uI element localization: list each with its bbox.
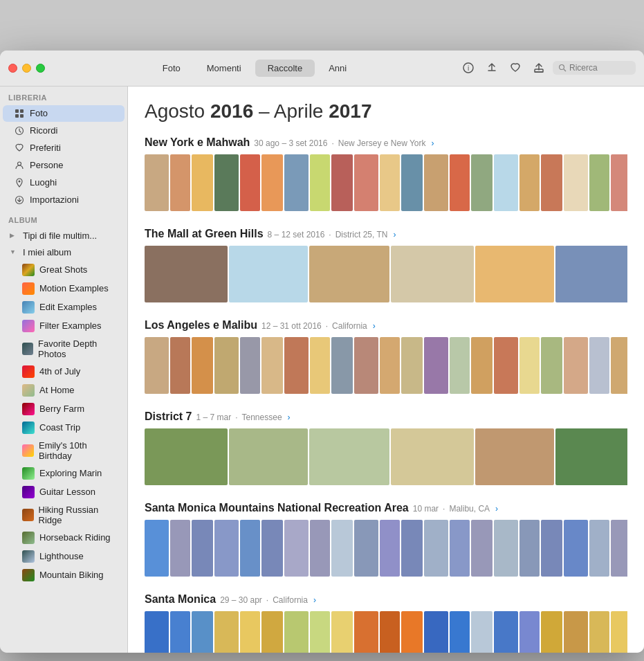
sidebar-item-hiking-russian[interactable]: Hiking Russian Ridge [3,502,125,528]
photo-thumb[interactable] [229,428,308,485]
sidebar-item-foto[interactable]: Foto [3,105,125,122]
photo-thumb[interactable] [401,337,423,394]
photo-thumb[interactable] [145,611,169,653]
photo-thumb[interactable] [240,154,260,211]
sidebar-item-at-home[interactable]: At Home [3,381,125,399]
photo-thumb[interactable] [310,337,330,394]
photo-thumb[interactable] [214,520,239,577]
sm-chevron[interactable]: › [313,595,316,605]
tab-foto[interactable]: Foto [150,60,193,77]
search-input[interactable] [569,63,625,73]
sidebar-item-great-shots[interactable]: Great Shots [3,261,125,279]
la-title[interactable]: Los Angeles e Malibu [145,319,257,332]
sidebar-item-lighthouse[interactable]: Lighthouse [3,547,125,565]
photo-thumb[interactable] [471,337,493,394]
smm-title[interactable]: Santa Monica Mountains National Recreati… [145,502,409,514]
photo-thumb[interactable] [229,246,308,302]
photo-thumb[interactable] [555,246,627,302]
sidebar-miei-section[interactable]: ▼ I miei album [3,244,125,260]
sidebar-item-filter-examples[interactable]: Filter Examples [3,317,125,335]
sidebar-item-horseback[interactable]: Horseback Riding [3,529,125,547]
photo-thumb[interactable] [240,611,260,653]
smm-chevron[interactable]: › [495,504,498,514]
photo-thumb[interactable] [309,428,389,485]
photo-thumb[interactable] [391,428,474,485]
minimize-button[interactable] [22,64,31,73]
district7-chevron[interactable]: › [288,413,291,422]
sidebar-item-luoghi[interactable]: Luoghi [3,174,125,191]
photo-thumb[interactable] [145,246,228,302]
photo-thumb[interactable] [401,520,423,577]
photo-thumb[interactable] [401,154,423,211]
photo-thumb[interactable] [145,337,169,394]
photo-thumb[interactable] [380,611,400,653]
photo-thumb[interactable] [354,520,378,577]
sidebar-item-mountain-biking[interactable]: Mountain Biking [3,566,125,584]
photo-thumb[interactable] [310,520,330,577]
photo-thumb[interactable] [450,611,470,653]
photo-thumb[interactable] [170,337,190,394]
photo-thumb[interactable] [354,611,378,653]
la-chevron[interactable]: › [373,321,376,331]
photo-thumb[interactable] [331,154,353,211]
info-button[interactable]: i [459,58,478,78]
photo-thumb[interactable] [331,520,353,577]
photo-thumb[interactable] [424,520,448,577]
share-button[interactable] [482,58,502,78]
photo-thumb[interactable] [450,337,470,394]
photo-thumb[interactable] [424,337,448,394]
photo-thumb[interactable] [261,154,283,211]
more-share-button[interactable] [529,58,549,78]
photo-thumb[interactable] [284,520,309,577]
photo-thumb[interactable] [145,428,228,485]
photo-thumb[interactable] [354,154,378,211]
photo-thumb[interactable] [354,337,378,394]
sidebar-item-persone[interactable]: Persone [3,157,125,174]
photo-thumb[interactable] [192,611,213,653]
sidebar-item-coast-trip[interactable]: Coast Trip [3,419,125,437]
tab-raccolte[interactable]: Raccolte [255,60,315,77]
photo-thumb[interactable] [401,611,423,653]
photo-thumb[interactable] [541,337,562,394]
sidebar-item-motion-examples[interactable]: Motion Examples [3,280,125,298]
photo-thumb[interactable] [261,337,283,394]
photo-thumb[interactable] [450,520,470,577]
sidebar-item-edit-examples[interactable]: Edit Examples [3,298,125,316]
photo-thumb[interactable] [240,337,260,394]
favorite-button[interactable] [506,58,525,78]
sidebar-item-berry-farm[interactable]: Berry Farm [3,400,125,418]
sidebar-item-4th-july[interactable]: 4th of July [3,363,125,381]
sidebar-item-importazioni[interactable]: Importazioni [3,192,125,208]
tab-anni[interactable]: Anni [316,60,359,77]
photo-thumb[interactable] [331,611,353,653]
photo-thumb[interactable] [424,611,448,653]
photo-thumb[interactable] [284,154,309,211]
mall-title[interactable]: The Mall at Green Hills [145,228,264,240]
photo-thumb[interactable] [214,611,239,653]
photo-thumb[interactable] [555,428,627,485]
photo-thumb[interactable] [475,246,554,302]
photo-thumb[interactable] [261,520,283,577]
sidebar-item-guitar-lesson[interactable]: Guitar Lesson [3,483,125,501]
new-york-title[interactable]: New York e Mahwah [145,136,250,149]
tab-momenti[interactable]: Momenti [194,60,254,77]
photo-thumb[interactable] [240,520,260,577]
photo-thumb[interactable] [494,154,518,211]
photo-thumb[interactable] [284,611,309,653]
photo-thumb[interactable] [170,154,190,211]
photo-thumb[interactable] [192,337,213,394]
photo-thumb[interactable] [471,611,493,653]
photo-thumb[interactable] [494,520,518,577]
photo-thumb[interactable] [424,154,448,211]
photo-thumb[interactable] [611,611,627,653]
photo-thumb[interactable] [475,428,554,485]
photo-thumb[interactable] [519,154,540,211]
photo-thumb[interactable] [170,611,190,653]
photo-thumb[interactable] [564,611,588,653]
photo-thumb[interactable] [471,154,493,211]
photo-thumb[interactable] [310,154,330,211]
photo-thumb[interactable] [494,611,518,653]
photo-thumb[interactable] [214,337,239,394]
photo-thumb[interactable] [284,337,309,394]
sidebar-item-emilys-birthday[interactable]: Emily's 10th Birthday [3,437,125,464]
